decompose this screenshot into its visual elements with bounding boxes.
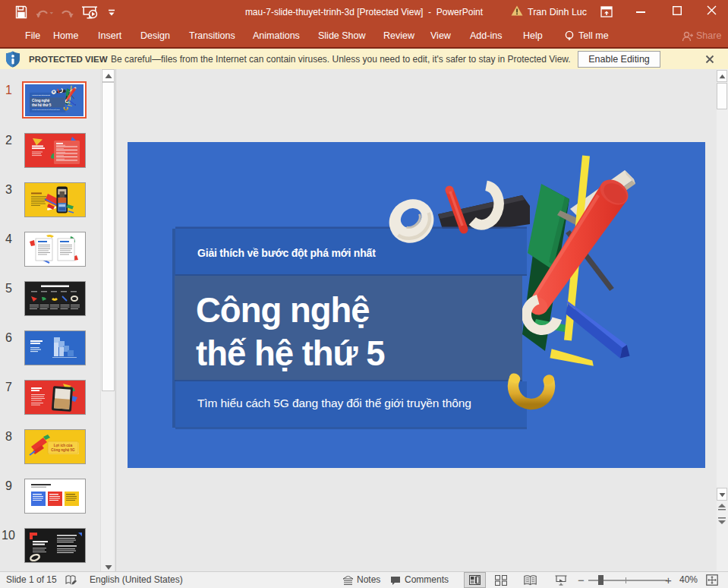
svg-text:Công nghệ 5G: Công nghệ 5G xyxy=(51,448,75,452)
svg-text:thế hệ thứ 5: thế hệ thứ 5 xyxy=(196,334,385,373)
svg-text:Tìm hiểu cách 5G đang thay đổi: Tìm hiểu cách 5G đang thay đổi thế giới … xyxy=(197,397,471,409)
svg-text:Lợi ích của: Lợi ích của xyxy=(54,444,73,447)
svg-text:Công nghệ: Công nghệ xyxy=(196,291,370,330)
svg-text:Giải thích về bước đột phá mới: Giải thích về bước đột phá mới nhất xyxy=(197,247,376,259)
